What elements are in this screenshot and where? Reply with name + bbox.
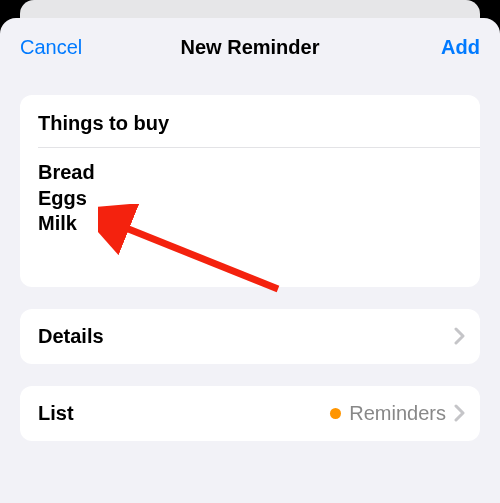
title-input[interactable] — [38, 112, 462, 135]
page-title: New Reminder — [181, 36, 320, 59]
title-notes-card: Bread Eggs Milk — [20, 95, 480, 287]
chevron-right-icon — [454, 327, 466, 345]
details-row[interactable]: Details — [20, 309, 480, 364]
notes-input[interactable]: Bread Eggs Milk — [20, 148, 480, 287]
add-button[interactable]: Add — [441, 36, 480, 59]
list-row[interactable]: List Reminders — [20, 386, 480, 441]
chevron-right-icon — [454, 404, 466, 422]
content-area: Bread Eggs Milk Details List Reminders — [0, 73, 500, 441]
list-value: Reminders — [349, 402, 446, 425]
list-color-dot-icon — [330, 408, 341, 419]
title-row — [20, 95, 480, 147]
nav-bar: Cancel New Reminder Add — [0, 18, 500, 73]
cancel-button[interactable]: Cancel — [20, 36, 82, 59]
details-label: Details — [38, 325, 104, 348]
modal-sheet: Cancel New Reminder Add Bread Eggs Milk … — [0, 18, 500, 503]
list-label: List — [38, 402, 74, 425]
